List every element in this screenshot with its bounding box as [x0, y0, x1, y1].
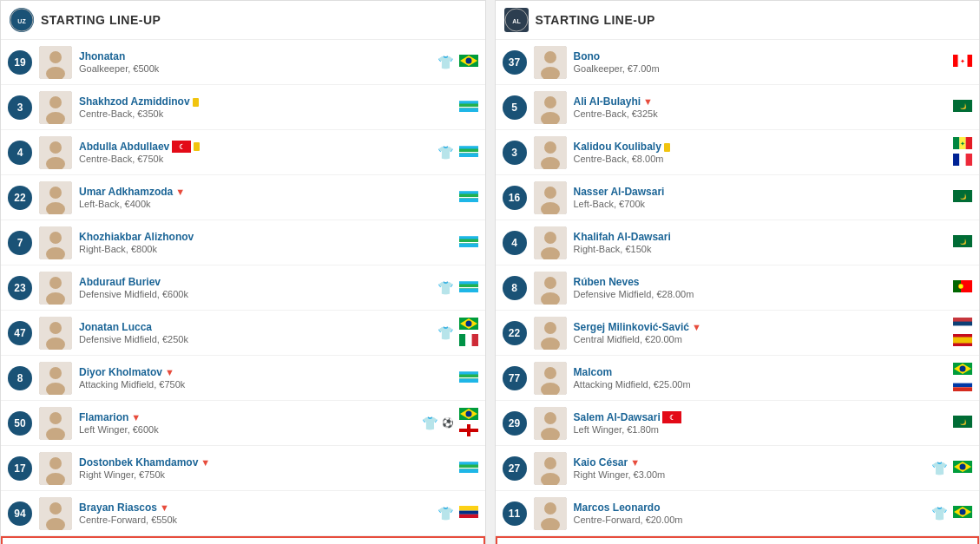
player-row[interactable]: 16 Nasser Al-Dawsari Left-Back, €700k 🌙	[496, 175, 980, 220]
player-flags	[953, 461, 972, 475]
player-name[interactable]: Malcom	[574, 366, 949, 378]
player-name[interactable]: Abdurauf Buriev	[79, 276, 437, 288]
substitution-shirt-icon: 👕	[437, 325, 454, 341]
player-row[interactable]: 22 Sergej Milinković-Savić▼ Central Midf…	[496, 311, 980, 356]
player-name[interactable]: Salem Al-Dawsari☾	[574, 411, 949, 424]
player-name[interactable]: Flamarion▼	[79, 411, 422, 423]
svg-text:☾: ☾	[669, 414, 675, 422]
svg-point-124	[544, 322, 556, 334]
player-avatar	[534, 317, 567, 350]
player-row[interactable]: 19 Jhonatan Goalkeeper, €500k 👕	[1, 40, 485, 85]
player-row[interactable]: 23 Abdurauf Buriev Defensive Midfield, €…	[1, 265, 485, 311]
player-name[interactable]: Rúben Neves	[574, 276, 949, 288]
svg-point-55	[49, 367, 62, 379]
svg-rect-60	[459, 377, 478, 378]
svg-rect-52	[465, 334, 471, 346]
svg-rect-53	[471, 334, 477, 346]
player-name[interactable]: Dostonbek Khamdamov▼	[79, 456, 454, 469]
player-row[interactable]: 8 Diyor Kholmatov▼ Attacking Midfield, €…	[1, 356, 485, 401]
player-avatar	[534, 407, 567, 440]
player-info: Abdurauf Buriev Defensive Midfield, €600…	[79, 276, 437, 299]
left-players-list: 19 Jhonatan Goalkeeper, €500k 👕 3 Shakhz…	[1, 40, 485, 536]
svg-rect-105	[959, 154, 965, 166]
player-info: Rúben Neves Defensive Midfield, €28.00m	[574, 276, 949, 299]
player-row[interactable]: 3 Shakhzod Azmiddinov Centre-Back, €350k	[1, 85, 485, 130]
player-row[interactable]: 37 Bono Goalkeeper, €7.00m ✦	[496, 40, 980, 85]
svg-point-122	[958, 284, 964, 289]
svg-rect-130	[953, 337, 972, 343]
player-name[interactable]: Kalidou Koulibaly	[574, 141, 949, 153]
player-name[interactable]: Ali Al-Bulayhi▼	[574, 95, 949, 108]
player-action-icons: 👕	[931, 506, 948, 521]
player-details: Centre-Back, €350k	[79, 108, 454, 119]
right-team-footer: Foreigners: 7 (63.6%) Avg. age: 28.9 Pur…	[496, 536, 980, 544]
flag-br-icon	[953, 506, 972, 521]
player-details: Defensive Midfield, €250k	[79, 334, 437, 344]
right-team-panel: AL STARTING LINE-UP 37 Bono Goalkeeper, …	[495, 0, 981, 544]
player-flags	[953, 506, 972, 521]
player-flags	[459, 280, 478, 295]
flag-pt-icon	[953, 280, 972, 295]
left-team-panel: UZ STARTING LINE-UP 19 Jhonatan Goalkeep…	[0, 0, 486, 544]
svg-rect-139	[953, 387, 972, 391]
player-flags: 🌙	[953, 100, 972, 115]
player-name[interactable]: Jhonatan	[79, 50, 437, 62]
player-name[interactable]: Bono	[574, 50, 949, 62]
player-name[interactable]: Shakhzod Azmiddinov	[79, 95, 454, 108]
player-name[interactable]: Umar Adkhamzoda▼	[79, 186, 454, 198]
player-row[interactable]: 29 Salem Al-Dawsari☾ Left Winger, €1.80m…	[496, 401, 980, 446]
svg-rect-69	[459, 429, 478, 432]
player-avatar	[534, 136, 567, 169]
svg-point-39	[49, 277, 62, 289]
svg-text:🌙: 🌙	[960, 103, 967, 110]
player-row[interactable]: 3 Kalidou Koulibaly Centre-Back, €8.00m …	[496, 130, 980, 175]
player-row[interactable]: 77 Malcom Attacking Midfield, €25.00m	[496, 356, 980, 401]
player-name[interactable]: Sergej Milinković-Savić▼	[574, 321, 949, 333]
player-row[interactable]: 11 Marcos Leonardo Centre-Forward, €20.0…	[496, 491, 980, 536]
player-name[interactable]: Diyor Kholmatov▼	[79, 366, 454, 378]
player-name[interactable]: Kaio César▼	[574, 456, 932, 469]
flag-uz-icon	[459, 100, 478, 115]
player-row[interactable]: 4 Abdulla Abdullaev☾ Centre-Back, €750k …	[1, 130, 485, 175]
flag-fr-icon	[953, 154, 972, 168]
player-flags	[459, 190, 478, 205]
yellow-card-icon	[194, 142, 200, 151]
player-row[interactable]: 47 Jonatan Lucca Defensive Midfield, €25…	[1, 311, 485, 356]
player-row[interactable]: 17 Dostonbek Khamdamov▼ Right Winger, €7…	[1, 446, 485, 491]
player-name[interactable]: Nasser Al-Dawsari	[574, 186, 949, 198]
svg-text:AL: AL	[512, 18, 521, 24]
player-row[interactable]: 5 Ali Al-Bulayhi▼ Centre-Back, €325k 🌙	[496, 85, 980, 130]
svg-point-93	[544, 96, 556, 108]
player-row[interactable]: 4 Khalifah Al-Dawsari Right-Back, €150k …	[496, 220, 980, 265]
player-action-icons: 👕	[931, 461, 948, 476]
svg-rect-75	[459, 461, 478, 462]
soccer-ball-icon: ⚽	[442, 417, 454, 429]
player-name[interactable]: Marcos Leonardo	[574, 501, 932, 514]
player-details: Centre-Back, €750k	[79, 154, 437, 164]
player-details: Left-Back, €400k	[79, 199, 454, 209]
player-name[interactable]: Abdulla Abdullaev☾	[79, 141, 437, 154]
player-number: 16	[503, 186, 527, 210]
player-flags	[459, 461, 478, 475]
player-row[interactable]: 50 Flamarion▼ Left Winger, €600k 👕⚽	[1, 401, 485, 446]
player-row[interactable]: 94 Brayan Riascos▼ Centre-Forward, €550k…	[1, 491, 485, 536]
flag-sa-icon: 🌙	[953, 235, 972, 250]
svg-rect-59	[459, 370, 478, 371]
player-flags	[459, 370, 478, 385]
flag-br-icon	[953, 461, 972, 475]
svg-point-25	[49, 187, 62, 199]
yellow-card-icon	[664, 143, 670, 152]
player-name[interactable]: Khozhiakbar Alizhonov	[79, 231, 454, 243]
player-row[interactable]: 8 Rúben Neves Defensive Midfield, €28.00…	[496, 265, 980, 311]
player-info: Nasser Al-Dawsari Left-Back, €700k	[574, 186, 949, 209]
right-team-logo: AL	[504, 8, 529, 32]
player-name[interactable]: Jonatan Lucca	[79, 321, 437, 333]
player-name[interactable]: Khalifah Al-Dawsari	[574, 231, 949, 243]
player-row[interactable]: 7 Khozhiakbar Alizhonov Right-Back, €800…	[1, 220, 485, 265]
player-name[interactable]: Brayan Riascos▼	[79, 501, 437, 514]
svg-rect-100	[953, 137, 959, 149]
red-arrow-icon: ▼	[131, 412, 141, 423]
player-action-icons: 👕⚽	[422, 416, 454, 431]
player-row[interactable]: 22 Umar Adkhamzoda▼ Left-Back, €400k	[1, 175, 485, 220]
player-row[interactable]: 27 Kaio César▼ Right Winger, €3.00m 👕	[496, 446, 980, 491]
